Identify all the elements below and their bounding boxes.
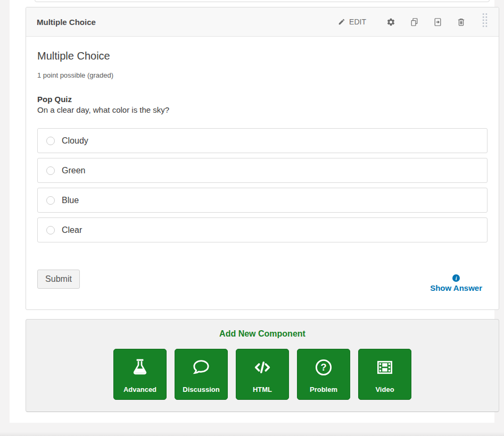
submit-button[interactable]: Submit (37, 270, 80, 289)
gear-icon (386, 18, 395, 27)
page-footer-strip (0, 423, 504, 436)
problem-body: Multiple Choice 1 point possible (graded… (26, 37, 499, 292)
add-problem-button[interactable]: ? Problem (297, 349, 350, 400)
speech-bubble-icon (191, 349, 211, 385)
film-icon (375, 349, 395, 385)
studio-unit-page: Multiple Choice EDIT (0, 0, 504, 436)
show-answer-button[interactable]: i Show Answer (430, 274, 482, 292)
add-html-button[interactable]: HTML (236, 349, 289, 400)
drag-dots-icon (482, 13, 488, 29)
add-button-label: Discussion (183, 385, 219, 393)
radio-button[interactable] (46, 196, 55, 205)
component-actions: EDIT (338, 12, 493, 32)
content-column: Multiple Choice EDIT (10, 0, 494, 423)
add-component-buttons: Advanced Discussion (26, 349, 499, 400)
info-icon: i (452, 274, 460, 282)
svg-text:?: ? (320, 362, 326, 373)
multiple-choice-component-card: Multiple Choice EDIT (26, 7, 499, 310)
trash-icon (457, 18, 466, 27)
code-icon (252, 349, 272, 385)
radio-button[interactable] (46, 226, 55, 234)
add-advanced-button[interactable]: Advanced (113, 349, 167, 400)
component-title: Multiple Choice (37, 18, 96, 27)
choice-label: Green (62, 166, 85, 175)
problem-title: Multiple Choice (37, 50, 488, 62)
edit-label: EDIT (349, 18, 366, 26)
previous-component-edge (35, 0, 490, 2)
edit-button[interactable]: EDIT (338, 18, 366, 26)
move-icon (433, 18, 442, 27)
choice-label: Cloudy (62, 136, 88, 146)
question-text: On a clear day, what color is the sky? (37, 105, 488, 114)
choice-option-clear[interactable]: Clear (37, 217, 488, 242)
add-discussion-button[interactable]: Discussion (175, 349, 228, 400)
duplicate-button[interactable] (409, 17, 419, 27)
flask-icon (130, 349, 150, 385)
choice-label: Blue (62, 196, 79, 205)
drag-handle[interactable] (480, 12, 490, 32)
add-video-button[interactable]: Video (358, 349, 411, 400)
choice-group: Cloudy Green Blue Clear (37, 128, 488, 242)
problem-actions-row: Submit i Show Answer (37, 270, 488, 292)
points-possible-text: 1 point possible (graded) (37, 71, 488, 79)
add-button-label: Problem (310, 385, 337, 393)
delete-button[interactable] (456, 17, 466, 27)
pencil-icon (338, 18, 345, 26)
choice-option-green[interactable]: Green (37, 158, 488, 183)
radio-button[interactable] (46, 137, 55, 145)
settings-button[interactable] (386, 17, 395, 27)
choice-option-cloudy[interactable]: Cloudy (37, 128, 488, 153)
choice-label: Clear (62, 225, 82, 235)
add-button-label: HTML (253, 385, 272, 393)
question-circle-icon: ? (313, 349, 334, 385)
add-new-component-title: Add New Component (26, 329, 499, 339)
choice-option-blue[interactable]: Blue (37, 188, 488, 213)
add-button-label: Video (375, 385, 394, 393)
add-new-component-panel: Add New Component Advanced (26, 319, 499, 412)
radio-button[interactable] (46, 166, 55, 175)
show-answer-label: Show Answer (430, 283, 482, 292)
move-button[interactable] (433, 17, 442, 27)
component-header: Multiple Choice EDIT (26, 7, 499, 37)
question-title: Pop Quiz (37, 95, 488, 104)
add-button-label: Advanced (123, 385, 156, 393)
duplicate-icon (410, 18, 419, 27)
